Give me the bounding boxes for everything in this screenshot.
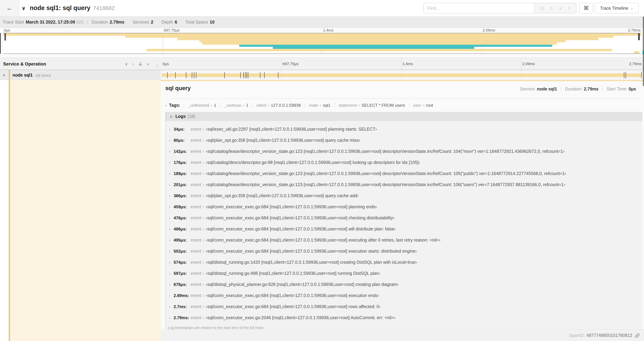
span-detail-title: sql query [165, 85, 191, 92]
link-icon[interactable] [635, 333, 640, 338]
minimap-span-bar [634, 51, 640, 54]
log-row[interactable]: › 142μs: event=‹sql/catalog/lease/descri… [166, 146, 642, 157]
log-row[interactable]: › 80μs: event=‹sql/plan_opt.go:358 [nsql… [166, 135, 642, 146]
minimap-tick-label: 2.09ms [483, 28, 495, 32]
trace-start-ms: .326 [75, 20, 84, 25]
chevron-right-icon: › [169, 205, 174, 209]
log-message: event=‹sql/conn_executor_exec.go:684 [ns… [190, 238, 440, 243]
log-row[interactable]: › 201μs: event=‹sql/catalog/lease/descri… [166, 179, 642, 190]
services-value: 2 [151, 20, 154, 25]
log-row[interactable]: › 2.7ms: event=‹sql/conn_executor_exec.g… [166, 301, 642, 312]
minimap-span-bar [177, 38, 599, 40]
log-message: event=‹sql/conn_executor_exec.go:684 [ns… [190, 227, 396, 231]
find-prev-icon[interactable]: ∧ [550, 6, 553, 11]
expand-one-icon[interactable]: › [132, 61, 134, 66]
minimap-span-bar [200, 40, 566, 42]
log-row[interactable]: › 189μs: event=‹sql/catalog/lease/descri… [166, 168, 642, 179]
log-row[interactable]: › 176μs: event=‹sql/catalog/descs/descri… [166, 157, 642, 168]
log-tick-marker [264, 72, 264, 78]
tag-item: client=127.0.0.1:59936 [252, 103, 305, 108]
logs-label: Logs [175, 114, 186, 119]
log-row[interactable]: › 495μs: event=‹sql/conn_executor_exec.g… [166, 235, 642, 246]
ruler-tick-label: 697.75μs [283, 58, 298, 70]
log-row[interactable]: › 2.69ms: event=‹sql/conn_executor_exec.… [166, 290, 642, 301]
log-timestamp: 80μs: [174, 138, 190, 143]
chevron-right-icon: › [169, 260, 174, 264]
trace-summary-bar: Trace Start March 31 2022, 17:25:09 .326… [0, 17, 644, 28]
log-row[interactable]: › 486μs: event=‹sql/conn_executor_exec.g… [166, 223, 642, 235]
log-message: event=‹sql/distsql_running.go:498 [nsql1… [190, 271, 380, 276]
log-message: event=‹sql/catalog/lease/descriptor_vers… [190, 171, 566, 176]
log-row[interactable]: › 574μs: event=‹sql/distsql_running.go:1… [166, 257, 642, 268]
span-collapse-icon[interactable]: ∨ [3, 70, 5, 80]
total-spans-value: 10 [210, 20, 214, 25]
span-row-name-cell[interactable]: ∨ node sql1 sql query [0, 70, 160, 80]
chevron-right-icon: › [169, 127, 174, 131]
chevron-right-icon: › [169, 305, 174, 309]
keyboard-shortcuts-button[interactable]: ⌘ [579, 3, 593, 14]
log-timestamp: 34μs: [174, 127, 190, 132]
log-message: event=‹sql/conn_executor_exec.go:2046 [n… [190, 315, 396, 320]
log-message: event=‹sql/conn_executor_exec.go:684 [ns… [190, 249, 417, 254]
span-row: ∨ node sql1 sql query [0, 70, 644, 80]
tag-item: statement=SELECT * FROM users [334, 103, 409, 108]
log-tick-marker [194, 72, 194, 78]
collapse-all-icon[interactable]: ⇊ [138, 61, 142, 66]
tags-row[interactable]: › Tags: _unfinished=1_verbose=1client=12… [165, 102, 437, 109]
log-row[interactable]: › 597μs: event=‹sql/distsql_running.go:4… [166, 268, 642, 279]
view-selector-button[interactable]: Trace Timeline ⌄ [594, 3, 639, 14]
minimap-left-scrubber[interactable] [4, 33, 6, 41]
tag-item: user=root [409, 103, 437, 108]
ruler-gridline [521, 58, 522, 70]
span-id-value: 4877749850101760812 [586, 333, 632, 338]
log-tick-marker [175, 72, 176, 78]
column-resizer-grip[interactable]: ∥ [156, 64, 158, 67]
span-id-label: SpanID: [569, 333, 584, 338]
log-tick-marker [245, 72, 246, 78]
span-meta-item: Service: node sql1 [520, 87, 561, 92]
trace-timeline-page: ← ∨ node sql1: sql query 7418682 ◎ ∧ ∨ ×… [0, 0, 644, 341]
ruler-gridline [282, 58, 282, 70]
find-next-icon[interactable]: ∨ [559, 6, 562, 11]
log-row[interactable]: › 2.79ms: event=‹sql/conn_executor_exec.… [166, 312, 642, 323]
ruler-tick-label: 2.09ms [522, 58, 535, 70]
find-input[interactable] [424, 3, 534, 14]
log-row[interactable]: › 502μs: event=‹sql/conn_executor_exec.g… [166, 246, 642, 257]
right-edge-teal-marker [642, 51, 644, 54]
logs-accordion-header[interactable]: ∨ Logs (18) [165, 112, 642, 121]
span-color-stripe [9, 80, 10, 341]
log-timestamp: 597μs: [174, 271, 190, 276]
collapse-one-icon[interactable]: ∨ [125, 61, 128, 66]
log-message: event=‹sql/plan_opt.go:358 [nsql1,client… [190, 138, 360, 143]
expand-all-icon[interactable]: » [147, 61, 149, 66]
log-row[interactable]: › 476μs: event=‹sql/conn_executor_exec.g… [166, 212, 642, 223]
minimap-canvas[interactable] [3, 33, 641, 54]
tag-item: node=sql1 [305, 103, 334, 108]
minimap-right-scrubber[interactable] [638, 33, 640, 40]
log-row[interactable]: › 459μs: event=‹sql/conn_executor_exec.g… [166, 201, 642, 212]
chevron-right-icon: › [169, 160, 174, 165]
log-row[interactable]: › 678μs: event=‹sql/distsql_physical_pla… [166, 279, 642, 290]
chevron-right-icon: › [169, 293, 174, 298]
minimap-span-bar [202, 42, 556, 45]
span-duration-bar[interactable] [162, 74, 641, 77]
tag-item: _verbose=1 [220, 103, 252, 108]
log-tick-marker [240, 72, 241, 78]
log-tick-marker [278, 72, 278, 78]
log-row[interactable]: › 366μs: event=‹sql/plan_opt.go:358 [nsq… [166, 190, 642, 201]
span-detail-meta: Service: node sql1Duration: 2.79msStart … [520, 87, 640, 92]
log-message: event=‹sql/conn_executor_exec.go:684 [ns… [190, 304, 380, 309]
back-button[interactable]: ← [0, 0, 20, 16]
trace-start-label: Trace Start [3, 20, 24, 25]
locate-icon[interactable]: ◎ [540, 6, 544, 11]
chevron-right-icon: › [169, 194, 174, 198]
trace-title: node sql1: sql query 7418682 [30, 0, 115, 16]
log-row[interactable]: › 34μs: event=‹sql/exec_util.go:2297 [ns… [166, 124, 642, 135]
chevron-right-icon: › [165, 103, 166, 107]
find-clear-icon[interactable]: × [568, 6, 570, 11]
command-icon: ⌘ [584, 5, 589, 12]
view-selector-label: Trace Timeline [600, 6, 628, 11]
span-operation-name: sql query [36, 73, 51, 77]
trace-collapse-icon[interactable]: ∨ [22, 0, 26, 16]
minimap-left-edge-marker [0, 33, 1, 54]
